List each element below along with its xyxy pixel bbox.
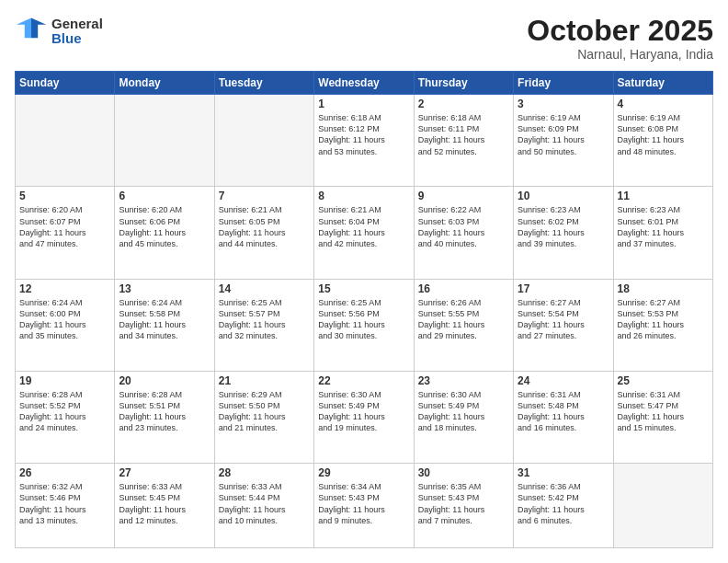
day-number: 17 — [518, 282, 609, 295]
page: General Blue October 2025 Narnaul, Harya… — [0, 0, 728, 563]
svg-marker-1 — [31, 18, 46, 39]
day-number: 31 — [518, 466, 609, 479]
day-info: Sunrise: 6:24 AM Sunset: 5:58 PM Dayligh… — [119, 297, 210, 342]
day-info: Sunrise: 6:33 AM Sunset: 5:44 PM Dayligh… — [219, 481, 310, 526]
day-info: Sunrise: 6:19 AM Sunset: 6:08 PM Dayligh… — [618, 112, 709, 157]
day-info: Sunrise: 6:27 AM Sunset: 5:53 PM Dayligh… — [618, 297, 709, 342]
table-row — [613, 464, 712, 548]
day-info: Sunrise: 6:27 AM Sunset: 5:54 PM Dayligh… — [518, 297, 609, 342]
table-row: 4Sunrise: 6:19 AM Sunset: 6:08 PM Daylig… — [613, 95, 712, 187]
day-number: 1 — [318, 98, 409, 110]
day-number: 22 — [318, 374, 409, 387]
day-info: Sunrise: 6:25 AM Sunset: 5:57 PM Dayligh… — [219, 297, 310, 342]
col-monday: Monday — [115, 72, 214, 95]
table-row: 14Sunrise: 6:25 AM Sunset: 5:57 PM Dayli… — [214, 279, 313, 371]
day-number: 27 — [119, 466, 210, 479]
calendar-week-row: 26Sunrise: 6:32 AM Sunset: 5:46 PM Dayli… — [16, 464, 713, 548]
table-row: 2Sunrise: 6:18 AM Sunset: 6:11 PM Daylig… — [414, 95, 513, 187]
day-number: 13 — [119, 282, 210, 295]
day-number: 21 — [219, 374, 310, 387]
table-row: 7Sunrise: 6:21 AM Sunset: 6:05 PM Daylig… — [214, 187, 313, 279]
calendar-week-row: 12Sunrise: 6:24 AM Sunset: 6:00 PM Dayli… — [16, 279, 713, 371]
table-row — [115, 95, 214, 187]
day-info: Sunrise: 6:23 AM Sunset: 6:02 PM Dayligh… — [518, 204, 609, 249]
table-row: 26Sunrise: 6:32 AM Sunset: 5:46 PM Dayli… — [16, 464, 115, 548]
header: General Blue October 2025 Narnaul, Harya… — [15, 15, 713, 62]
day-info: Sunrise: 6:31 AM Sunset: 5:47 PM Dayligh… — [618, 389, 709, 434]
location: Narnaul, Haryana, India — [527, 47, 713, 62]
table-row: 5Sunrise: 6:20 AM Sunset: 6:07 PM Daylig… — [16, 187, 115, 279]
day-info: Sunrise: 6:30 AM Sunset: 5:49 PM Dayligh… — [418, 389, 509, 434]
day-number: 30 — [418, 466, 509, 479]
day-number: 15 — [318, 282, 409, 295]
table-row: 10Sunrise: 6:23 AM Sunset: 6:02 PM Dayli… — [514, 187, 613, 279]
day-number: 6 — [119, 190, 210, 202]
day-info: Sunrise: 6:28 AM Sunset: 5:51 PM Dayligh… — [119, 389, 210, 434]
logo-text: General Blue — [51, 17, 103, 47]
day-number: 28 — [219, 466, 310, 479]
day-number: 5 — [19, 190, 110, 202]
table-row: 9Sunrise: 6:22 AM Sunset: 6:03 PM Daylig… — [414, 187, 513, 279]
day-number: 14 — [219, 282, 310, 295]
calendar-week-row: 5Sunrise: 6:20 AM Sunset: 6:07 PM Daylig… — [16, 187, 713, 279]
day-info: Sunrise: 6:26 AM Sunset: 5:55 PM Dayligh… — [418, 297, 509, 342]
day-info: Sunrise: 6:32 AM Sunset: 5:46 PM Dayligh… — [19, 481, 110, 526]
day-number: 3 — [518, 98, 609, 110]
day-info: Sunrise: 6:29 AM Sunset: 5:50 PM Dayligh… — [219, 389, 310, 434]
day-info: Sunrise: 6:25 AM Sunset: 5:56 PM Dayligh… — [318, 297, 409, 342]
day-info: Sunrise: 6:36 AM Sunset: 5:42 PM Dayligh… — [518, 481, 609, 526]
table-row: 31Sunrise: 6:36 AM Sunset: 5:42 PM Dayli… — [514, 464, 613, 548]
table-row: 28Sunrise: 6:33 AM Sunset: 5:44 PM Dayli… — [214, 464, 313, 548]
day-number: 26 — [19, 466, 110, 479]
day-info: Sunrise: 6:33 AM Sunset: 5:45 PM Dayligh… — [119, 481, 210, 526]
day-number: 25 — [618, 374, 709, 387]
table-row: 30Sunrise: 6:35 AM Sunset: 5:43 PM Dayli… — [414, 464, 513, 548]
day-number: 10 — [518, 190, 609, 202]
day-info: Sunrise: 6:22 AM Sunset: 6:03 PM Dayligh… — [418, 204, 509, 249]
day-number: 2 — [418, 98, 509, 110]
day-info: Sunrise: 6:28 AM Sunset: 5:52 PM Dayligh… — [19, 389, 110, 434]
day-number: 9 — [418, 190, 509, 202]
day-number: 12 — [19, 282, 110, 295]
table-row: 23Sunrise: 6:30 AM Sunset: 5:49 PM Dayli… — [414, 371, 513, 463]
day-number: 23 — [418, 374, 509, 387]
day-info: Sunrise: 6:21 AM Sunset: 6:05 PM Dayligh… — [219, 204, 310, 249]
table-row: 24Sunrise: 6:31 AM Sunset: 5:48 PM Dayli… — [514, 371, 613, 463]
calendar-table: Sunday Monday Tuesday Wednesday Thursday… — [15, 71, 713, 548]
col-sunday: Sunday — [16, 72, 115, 95]
table-row: 19Sunrise: 6:28 AM Sunset: 5:52 PM Dayli… — [16, 371, 115, 463]
day-info: Sunrise: 6:34 AM Sunset: 5:43 PM Dayligh… — [318, 481, 409, 526]
day-info: Sunrise: 6:24 AM Sunset: 6:00 PM Dayligh… — [19, 297, 110, 342]
table-row: 3Sunrise: 6:19 AM Sunset: 6:09 PM Daylig… — [514, 95, 613, 187]
table-row: 13Sunrise: 6:24 AM Sunset: 5:58 PM Dayli… — [115, 279, 214, 371]
logo-blue-text: Blue — [51, 31, 103, 47]
day-info: Sunrise: 6:31 AM Sunset: 5:48 PM Dayligh… — [518, 389, 609, 434]
table-row: 1Sunrise: 6:18 AM Sunset: 6:12 PM Daylig… — [314, 95, 414, 187]
day-number: 20 — [119, 374, 210, 387]
svg-marker-2 — [17, 18, 31, 39]
day-number: 18 — [618, 282, 709, 295]
table-row: 8Sunrise: 6:21 AM Sunset: 6:04 PM Daylig… — [314, 187, 414, 279]
table-row: 22Sunrise: 6:30 AM Sunset: 5:49 PM Dayli… — [314, 371, 414, 463]
day-number: 8 — [318, 190, 409, 202]
table-row — [214, 95, 313, 187]
day-number: 16 — [418, 282, 509, 295]
table-row: 6Sunrise: 6:20 AM Sunset: 6:06 PM Daylig… — [115, 187, 214, 279]
col-friday: Friday — [514, 72, 613, 95]
day-number: 4 — [618, 98, 709, 110]
col-wednesday: Wednesday — [314, 72, 414, 95]
day-info: Sunrise: 6:35 AM Sunset: 5:43 PM Dayligh… — [418, 481, 509, 526]
table-row: 18Sunrise: 6:27 AM Sunset: 5:53 PM Dayli… — [613, 279, 712, 371]
table-row: 29Sunrise: 6:34 AM Sunset: 5:43 PM Dayli… — [314, 464, 414, 548]
table-row: 20Sunrise: 6:28 AM Sunset: 5:51 PM Dayli… — [115, 371, 214, 463]
table-row: 11Sunrise: 6:23 AM Sunset: 6:01 PM Dayli… — [613, 187, 712, 279]
title-block: October 2025 Narnaul, Haryana, India — [527, 15, 713, 62]
day-info: Sunrise: 6:20 AM Sunset: 6:06 PM Dayligh… — [119, 204, 210, 249]
logo: General Blue — [15, 15, 103, 48]
day-info: Sunrise: 6:23 AM Sunset: 6:01 PM Dayligh… — [618, 204, 709, 249]
day-info: Sunrise: 6:19 AM Sunset: 6:09 PM Dayligh… — [518, 112, 609, 157]
day-info: Sunrise: 6:20 AM Sunset: 6:07 PM Dayligh… — [19, 204, 110, 249]
table-row: 25Sunrise: 6:31 AM Sunset: 5:47 PM Dayli… — [613, 371, 712, 463]
col-thursday: Thursday — [414, 72, 513, 95]
day-info: Sunrise: 6:21 AM Sunset: 6:04 PM Dayligh… — [318, 204, 409, 249]
